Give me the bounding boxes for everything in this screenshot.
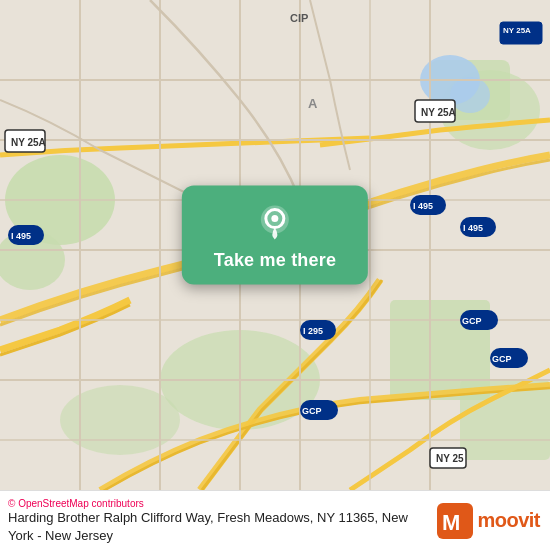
- svg-point-50: [271, 215, 278, 222]
- bottom-bar: © OpenStreetMap contributors Harding Bro…: [0, 490, 550, 550]
- svg-text:M: M: [442, 510, 460, 535]
- svg-text:NY 25A: NY 25A: [11, 137, 46, 148]
- svg-text:NY 25: NY 25: [436, 453, 464, 464]
- svg-text:NY 25A: NY 25A: [421, 107, 456, 118]
- location-pin-icon: [256, 204, 294, 242]
- svg-text:I 495: I 495: [11, 231, 31, 241]
- svg-text:I 495: I 495: [413, 201, 433, 211]
- moovit-brand-text: moovit: [477, 509, 540, 532]
- openstreetmap-credit: © OpenStreetMap contributors: [8, 498, 427, 509]
- svg-text:I 295: I 295: [303, 326, 323, 336]
- map-container: NY 25A NY 25A CIP NY 25A I 495 I 495 I 4…: [0, 0, 550, 490]
- moovit-m-icon: M: [437, 503, 473, 539]
- moovit-logo: M moovit: [437, 503, 540, 539]
- svg-text:GCP: GCP: [302, 406, 322, 416]
- svg-text:GCP: GCP: [462, 316, 482, 326]
- svg-text:NY 25A: NY 25A: [503, 26, 531, 35]
- green-box[interactable]: Take me there: [182, 186, 368, 285]
- svg-point-7: [60, 385, 180, 455]
- svg-text:A: A: [308, 96, 318, 111]
- svg-text:CIP: CIP: [290, 12, 308, 24]
- svg-text:I 495: I 495: [463, 223, 483, 233]
- take-me-there-overlay[interactable]: Take me there: [182, 186, 368, 285]
- address-text: Harding Brother Ralph Clifford Way, Fres…: [8, 509, 427, 544]
- bottom-left-info: © OpenStreetMap contributors Harding Bro…: [8, 496, 427, 544]
- svg-point-10: [450, 77, 490, 113]
- take-me-there-button-label: Take me there: [214, 250, 336, 271]
- svg-text:GCP: GCP: [492, 354, 512, 364]
